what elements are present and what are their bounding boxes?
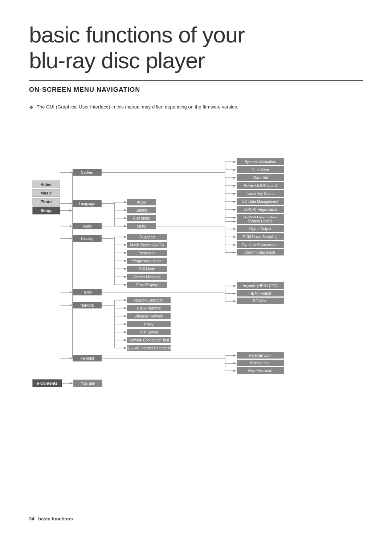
hdmi-fmt-label: HDMI Format <box>249 291 271 295</box>
cable-net-label: Cable Network <box>137 306 161 310</box>
rating-label: Rating Level <box>250 361 270 365</box>
disc-menu-label: Disc Menu <box>133 216 150 220</box>
econtents-label: e-Contents <box>37 381 57 385</box>
sys-info-label: System Information <box>245 160 276 164</box>
note-diamond: ❖ <box>29 105 34 110</box>
timezone-label: Time Zone <box>252 168 269 172</box>
net-sel-label: Network Selection <box>134 298 164 302</box>
menu-setup-label: Setup <box>41 208 52 213</box>
bd-data-label: BD Data Management <box>242 200 278 204</box>
clock-label: Clock Set <box>253 176 268 180</box>
audio-l2-label: Audio <box>82 224 92 228</box>
front-display-label: Front Display <box>136 283 158 287</box>
sys-update-label: System Update <box>248 219 273 223</box>
resolution-label: Resolution <box>138 251 155 255</box>
progressive-label: Progressive Mode <box>132 259 162 263</box>
bd-wise-label: BD Wise <box>253 299 268 303</box>
hdmi-label: HDMI <box>82 290 92 294</box>
page-title: basic functions of your blu-ray disc pla… <box>29 22 363 74</box>
proxy-label: Proxy <box>144 322 154 326</box>
tv-aspect-label: TV Aspect <box>139 235 155 239</box>
subtitle-label: Subtitle <box>135 208 148 212</box>
menu-music-label: Music <box>40 191 52 195</box>
youtube-label: YouTube <box>81 381 95 385</box>
section-heading: ON-SCREEN MENU NAVIGATION <box>29 86 363 94</box>
footer: 34_ basic functions <box>29 516 73 521</box>
digital-out-label: Digital Output <box>249 227 271 231</box>
downmix-label: Downmixing mode <box>245 250 275 254</box>
net-test-label: Network Connection Test <box>129 338 169 342</box>
menu-tree-diagram: Video Music Photo Setup System Language … <box>29 119 363 395</box>
divx-reg-label: DivX(R) Registration <box>244 208 277 212</box>
language-label: Language <box>79 202 95 206</box>
pcm-label: PCM Down Sampling <box>243 235 277 239</box>
anynet-label: Anynet+ (HDMI-CEC) <box>243 284 278 288</box>
power-snd-label: Power On/Off sound <box>244 184 277 188</box>
movie-frame-label: Movie Frame (24 Fs) <box>130 243 164 247</box>
system-label: System <box>81 171 93 175</box>
display-label: Display <box>81 237 93 241</box>
dyn-comp-label: Dynamic Compression <box>242 243 279 247</box>
note: ❖ The GUI (Graphical User Interface) in … <box>29 104 363 110</box>
lang-audio-label: Audio <box>137 200 146 204</box>
ntp-label: NTP Server <box>139 330 159 334</box>
parental-label: Parental <box>80 356 94 360</box>
still-mode-label: Still Mode <box>139 267 155 271</box>
menu-photo-label: Photo <box>40 200 52 204</box>
menu-video-label: Video <box>41 182 52 187</box>
new-pass-label: New Password <box>248 369 273 373</box>
par-lock-label: Parental Lock <box>249 353 271 357</box>
touch-key-label: Touch Key Sound <box>246 192 274 196</box>
screen-msg-label: Screen Message <box>133 275 160 279</box>
bdlive-label: BD-LIVE Internet Connection <box>126 346 172 350</box>
wireless-label: Wireless Network <box>135 314 163 318</box>
network-label: Network <box>81 303 94 307</box>
